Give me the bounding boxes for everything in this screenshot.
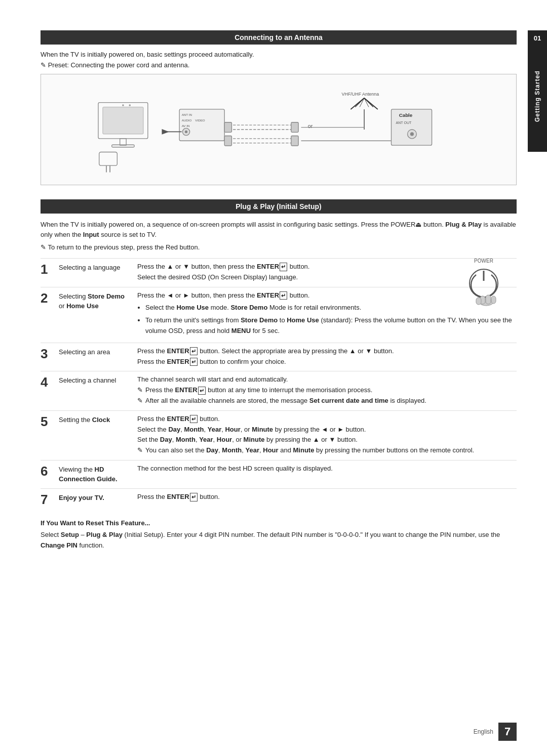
preset-note: Preset: Connecting the power cord and an… bbox=[41, 61, 517, 69]
reset-section: If You Want to Reset This Feature... Sel… bbox=[41, 519, 517, 551]
antenna-section: Connecting to an Antenna When the TV is … bbox=[41, 30, 517, 185]
svg-rect-21 bbox=[291, 122, 298, 133]
step-label-1: Selecting a language bbox=[59, 262, 137, 273]
svg-line-30 bbox=[355, 98, 364, 107]
svg-point-16 bbox=[185, 131, 187, 133]
power-button-illustration: POWER bbox=[466, 258, 501, 313]
footer: English 7 bbox=[474, 723, 517, 741]
plug-intro: When the TV is initially powered on, a s… bbox=[41, 220, 517, 239]
svg-rect-46 bbox=[486, 295, 491, 304]
reset-text: Select Setup – Plug & Play (Initial Setu… bbox=[41, 530, 517, 551]
svg-text:Power Input: Power Input bbox=[93, 174, 117, 175]
step-row-3: 3 Selecting an area Press the ENTER↵ but… bbox=[41, 343, 517, 370]
svg-rect-1 bbox=[103, 107, 143, 134]
plug-section: Plug & Play (Initial Setup) When the TV … bbox=[41, 199, 517, 551]
reset-title: If You Want to Reset This Feature... bbox=[41, 519, 517, 527]
power-label: POWER bbox=[466, 258, 501, 264]
step-content-4: The channel search will start and end au… bbox=[137, 374, 517, 406]
svg-rect-20 bbox=[224, 122, 231, 133]
step-content-6: The connection method for the best HD sc… bbox=[137, 464, 517, 474]
svg-point-39 bbox=[410, 132, 414, 136]
step-label-6: Viewing the HDConnection Guide. bbox=[59, 464, 137, 484]
step-row-7: 7 Enjoy your TV. Press the ENTER↵ button… bbox=[41, 488, 517, 509]
step-row-1: 1 Selecting a language Press the ▲ or ▼ … bbox=[41, 258, 517, 286]
step-number-1: 1 bbox=[41, 262, 59, 276]
svg-rect-26 bbox=[291, 136, 298, 146]
svg-text:Cable: Cable bbox=[399, 112, 413, 118]
svg-line-31 bbox=[364, 98, 373, 107]
side-tab-label: Getting Started bbox=[528, 40, 547, 152]
step-content-1: Press the ▲ or ▼ button, then press the … bbox=[137, 262, 517, 283]
svg-text:VIDEO: VIDEO bbox=[195, 118, 205, 122]
svg-rect-2 bbox=[120, 139, 126, 145]
svg-text:ANT IN: ANT IN bbox=[182, 113, 192, 116]
red-button-note: To return to the previous step, press th… bbox=[41, 243, 517, 251]
step-label-2: Selecting Store Demoor Home Use bbox=[59, 290, 137, 311]
step-content-5: Press the ENTER↵ button. Select the Day,… bbox=[137, 414, 517, 456]
footer-language: English bbox=[474, 728, 493, 735]
step-label-4: Selecting a channel bbox=[59, 374, 137, 386]
svg-text:ANT OUT: ANT OUT bbox=[396, 121, 412, 125]
svg-rect-6 bbox=[99, 152, 118, 166]
antenna-header: Connecting to an Antenna bbox=[41, 30, 517, 45]
step-label-7: Enjoy your TV. bbox=[59, 492, 137, 503]
step-row-5: 5 Setting the Clock Press the ENTER↵ but… bbox=[41, 410, 517, 459]
svg-rect-25 bbox=[224, 136, 231, 146]
svg-rect-48 bbox=[476, 298, 481, 305]
svg-text:or: or bbox=[308, 123, 313, 129]
plug-header: Plug & Play (Initial Setup) bbox=[41, 199, 517, 214]
svg-point-5 bbox=[129, 104, 131, 106]
step-number-5: 5 bbox=[41, 414, 59, 428]
step-label-3: Selecting an area bbox=[59, 346, 137, 357]
svg-text:AUDIO: AUDIO bbox=[182, 118, 192, 122]
svg-text:AV IN: AV IN bbox=[182, 124, 190, 128]
antenna-diagram: Power Input ANT IN AUDIO VIDEO AV IN bbox=[41, 74, 517, 185]
step-label-5: Setting the Clock bbox=[59, 414, 137, 425]
step-number-6: 6 bbox=[41, 464, 59, 478]
step-number-2: 2 bbox=[41, 290, 59, 305]
svg-rect-47 bbox=[491, 296, 496, 304]
footer-page-number: 7 bbox=[498, 723, 517, 741]
svg-text:VHF/UHF Antenna: VHF/UHF Antenna bbox=[342, 92, 379, 97]
step-number-7: 7 bbox=[41, 492, 59, 506]
svg-point-4 bbox=[122, 104, 124, 106]
step-row-2: 2 Selecting Store Demoor Home Use Press … bbox=[41, 287, 517, 342]
step-number-3: 3 bbox=[41, 346, 59, 360]
page-container: 01 Getting Started Connecting to an Ante… bbox=[0, 0, 547, 756]
steps-container: POWER 1 Selecting a langu bbox=[41, 258, 517, 509]
step-content-7: Press the ENTER↵ button. bbox=[137, 492, 517, 502]
step-row-4: 4 Selecting a channel The channel search… bbox=[41, 371, 517, 409]
step-content-2: Press the ◄ or ► button, then press the … bbox=[137, 290, 517, 339]
step-content-3: Press the ENTER↵ button. Select the appr… bbox=[137, 346, 517, 367]
step-row-6: 6 Viewing the HDConnection Guide. The co… bbox=[41, 460, 517, 487]
step-number-4: 4 bbox=[41, 374, 59, 389]
antenna-intro: When the TV is initially powered on, bas… bbox=[41, 51, 517, 58]
